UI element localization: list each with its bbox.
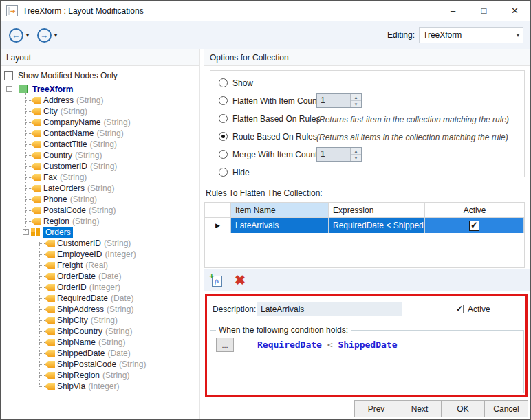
tree-connector-line — [39, 265, 45, 266]
next-button[interactable]: Next — [398, 400, 442, 417]
condition-separator — [241, 333, 241, 390]
tree-node-fax[interactable]: Fax(String) — [1, 172, 199, 183]
tree-node-companyname[interactable]: CompanyName(String) — [1, 117, 199, 128]
tree-node-shipaddress[interactable]: ShipAddress(String) — [1, 304, 199, 315]
spinner-up-icon[interactable]: ▲ — [351, 94, 361, 101]
radio-label: Flatten Based On Rules — [232, 113, 320, 124]
radio-row-flatten-with-item-count: Flatten With Item Count:1▲▼ — [210, 96, 524, 108]
tree-node-lateorders[interactable]: LateOrders(String) — [1, 183, 199, 194]
tree-connector-line — [39, 276, 45, 277]
tree-node-type: (String) — [90, 162, 117, 171]
spinner-down-icon[interactable]: ▼ — [351, 155, 361, 161]
tree-node-phone[interactable]: Phone(String) — [1, 194, 199, 205]
tree-node-name: ShipRegion — [57, 371, 100, 380]
radio-button[interactable] — [219, 114, 228, 123]
description-input[interactable]: LateArrivals — [257, 302, 402, 316]
rules-grid-empty-area — [205, 233, 524, 267]
table-row[interactable]: ▶LateArrivalsRequiredDate < Shipped... — [205, 218, 524, 233]
grid-column-header: Item Name — [231, 203, 329, 218]
item-count-spinner[interactable]: 1▲▼ — [316, 147, 362, 162]
tree-node-type: (Date) — [98, 272, 121, 281]
tree-node-shipcity[interactable]: ShipCity(String) — [1, 315, 199, 326]
tree-node-shippostalcode[interactable]: ShipPostalCode(String) — [1, 359, 199, 370]
tree-connector-line — [25, 133, 31, 134]
editing-combobox[interactable]: TreeXform ▾ — [419, 27, 523, 43]
radio-button[interactable] — [219, 150, 228, 159]
ok-button[interactable]: OK — [441, 400, 485, 417]
tree-node-type: (Date) — [111, 294, 133, 303]
field-node-icon — [45, 240, 55, 247]
field-node-icon — [45, 350, 55, 357]
chevron-down-icon: ▾ — [517, 32, 519, 38]
field-node-icon — [45, 306, 55, 313]
back-button[interactable]: ← — [9, 28, 23, 43]
nav-buttons: ← ▾ → ▾ — [9, 28, 65, 43]
minimize-button[interactable]: – — [437, 1, 468, 21]
radio-row-flatten-based-on-rules: Flatten Based On Rules(Returns first ite… — [210, 113, 524, 126]
tree-node-orders[interactable]: Orders — [1, 227, 199, 238]
tree-connector-line — [39, 243, 45, 244]
tree-node-contactname[interactable]: ContactName(String) — [1, 128, 199, 139]
condition-expression-editor[interactable]: RequiredDate < ShippedDate — [257, 340, 398, 350]
spinner-buttons: ▲▼ — [350, 148, 361, 161]
spinner-value: 1 — [321, 149, 325, 159]
radio-button[interactable] — [219, 96, 228, 105]
cancel-button[interactable]: Cancel — [484, 400, 528, 417]
options-panel-header: Options for Collection — [204, 49, 530, 66]
radio-button[interactable] — [219, 132, 228, 141]
grid-selector-header-cell — [205, 203, 231, 218]
expression-builder-button[interactable]: ... — [216, 338, 234, 352]
delete-rule-button[interactable]: ✖ — [235, 274, 246, 287]
spinner-down-icon[interactable]: ▼ — [351, 101, 361, 107]
tree-node-type: (String) — [91, 316, 118, 325]
show-modified-checkbox[interactable] — [4, 71, 13, 80]
forward-button[interactable]: → — [37, 28, 52, 43]
tree-node-type: (String) — [70, 195, 97, 204]
tree-node-label: CustomerID(String) — [57, 238, 131, 249]
spinner-buttons: ▲▼ — [350, 94, 361, 107]
tree-node-treexform[interactable]: TreeXform — [1, 84, 199, 95]
tree-node-shipcountry[interactable]: ShipCountry(String) — [1, 326, 199, 337]
tree-node-postalcode[interactable]: PostalCode(String) — [1, 205, 199, 216]
grid-column-header: Active — [425, 203, 524, 218]
tree-node-label: EmployeeID(Integer) — [57, 249, 136, 260]
prev-button[interactable]: Prev — [354, 400, 398, 417]
tree-node-shipname[interactable]: ShipName(String) — [1, 337, 199, 348]
add-rule-button[interactable]: fx + — [210, 274, 224, 287]
tree-connector-line — [25, 144, 31, 145]
spinner-up-icon[interactable]: ▲ — [351, 148, 361, 155]
back-dropdown-caret-icon[interactable]: ▾ — [26, 32, 29, 38]
maximize-button[interactable]: □ — [468, 1, 499, 21]
radio-button[interactable] — [219, 168, 228, 177]
forward-dropdown-caret-icon[interactable]: ▾ — [54, 32, 57, 38]
item-count-spinner[interactable]: 1▲▼ — [316, 93, 362, 108]
field-node-icon — [31, 152, 41, 159]
tree-connector-line — [25, 111, 31, 112]
expander-minus-icon[interactable] — [6, 86, 12, 92]
tree-node-orderdate[interactable]: OrderDate(Date) — [1, 271, 199, 282]
tree-node-customerid[interactable]: CustomerID(String) — [1, 238, 199, 249]
active-checkbox[interactable] — [455, 305, 464, 313]
tree-node-country[interactable]: Country(String) — [1, 150, 199, 161]
close-button[interactable]: ✕ — [499, 1, 530, 21]
expression-cell: RequiredDate < Shipped... — [329, 218, 425, 233]
tree-node-city[interactable]: City(String) — [1, 106, 199, 117]
tree-node-freight[interactable]: Freight(Real) — [1, 260, 199, 271]
field-node-icon — [45, 317, 55, 324]
tree-connector-line — [39, 364, 45, 365]
tree-node-contacttitle[interactable]: ContactTitle(String) — [1, 139, 199, 150]
options-panel: Options for Collection ShowFlatten With … — [204, 49, 530, 419]
active-cell-checkbox[interactable] — [469, 221, 479, 231]
tree-node-employeeid[interactable]: EmployeeID(Integer) — [1, 249, 199, 260]
tree-node-region[interactable]: Region(String) — [1, 216, 199, 227]
title-bar: ➜ TreeXform : Layout Modifications –□✕ — [1, 1, 530, 21]
radio-row-route-based-on-rules: Route Based On Rules(Returns all items i… — [210, 131, 524, 144]
tree-node-requireddate[interactable]: RequiredDate(Date) — [1, 293, 199, 304]
tree-node-shipvia[interactable]: ShipVia(Integer) — [1, 381, 199, 392]
tree-node-orderid[interactable]: OrderID(Integer) — [1, 282, 199, 293]
tree-node-shippeddate[interactable]: ShippedDate(Date) — [1, 348, 199, 359]
tree-node-shipregion[interactable]: ShipRegion(String) — [1, 370, 199, 381]
tree-node-address[interactable]: Address(String) — [1, 95, 199, 106]
tree-node-customerid[interactable]: CustomerID(String) — [1, 161, 199, 172]
radio-button[interactable] — [219, 78, 228, 87]
